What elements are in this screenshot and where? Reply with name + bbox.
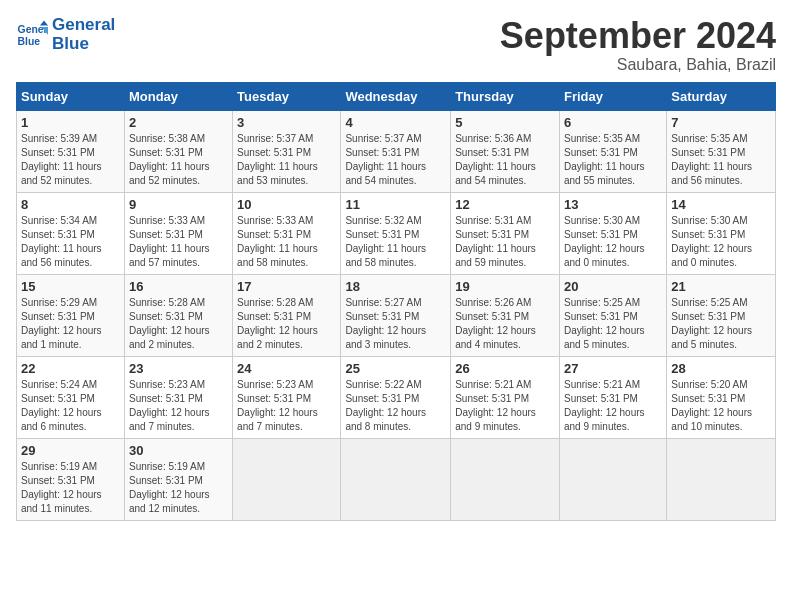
day-cell: 20Sunrise: 5:25 AM Sunset: 5:31 PM Dayli… [559,274,666,356]
day-info: Sunrise: 5:30 AM Sunset: 5:31 PM Dayligh… [564,214,662,270]
day-number: 25 [345,361,446,376]
day-number: 20 [564,279,662,294]
header-cell-tuesday: Tuesday [233,82,341,110]
header-cell-monday: Monday [124,82,232,110]
day-cell: 28Sunrise: 5:20 AM Sunset: 5:31 PM Dayli… [667,356,776,438]
day-info: Sunrise: 5:21 AM Sunset: 5:31 PM Dayligh… [455,378,555,434]
week-row-4: 22Sunrise: 5:24 AM Sunset: 5:31 PM Dayli… [17,356,776,438]
day-cell: 4Sunrise: 5:37 AM Sunset: 5:31 PM Daylig… [341,110,451,192]
day-cell: 9Sunrise: 5:33 AM Sunset: 5:31 PM Daylig… [124,192,232,274]
day-number: 19 [455,279,555,294]
page-header: General Blue General Blue September 2024… [16,16,776,74]
day-cell: 1Sunrise: 5:39 AM Sunset: 5:31 PM Daylig… [17,110,125,192]
day-cell: 29Sunrise: 5:19 AM Sunset: 5:31 PM Dayli… [17,438,125,520]
day-cell: 15Sunrise: 5:29 AM Sunset: 5:31 PM Dayli… [17,274,125,356]
day-cell: 27Sunrise: 5:21 AM Sunset: 5:31 PM Dayli… [559,356,666,438]
svg-marker-2 [40,20,48,25]
day-info: Sunrise: 5:30 AM Sunset: 5:31 PM Dayligh… [671,214,771,270]
day-cell [667,438,776,520]
day-cell: 30Sunrise: 5:19 AM Sunset: 5:31 PM Dayli… [124,438,232,520]
day-cell: 14Sunrise: 5:30 AM Sunset: 5:31 PM Dayli… [667,192,776,274]
header-cell-wednesday: Wednesday [341,82,451,110]
day-number: 3 [237,115,336,130]
day-cell: 23Sunrise: 5:23 AM Sunset: 5:31 PM Dayli… [124,356,232,438]
day-number: 22 [21,361,120,376]
day-number: 7 [671,115,771,130]
day-cell: 11Sunrise: 5:32 AM Sunset: 5:31 PM Dayli… [341,192,451,274]
header-cell-sunday: Sunday [17,82,125,110]
day-info: Sunrise: 5:23 AM Sunset: 5:31 PM Dayligh… [237,378,336,434]
day-info: Sunrise: 5:26 AM Sunset: 5:31 PM Dayligh… [455,296,555,352]
week-row-3: 15Sunrise: 5:29 AM Sunset: 5:31 PM Dayli… [17,274,776,356]
day-info: Sunrise: 5:28 AM Sunset: 5:31 PM Dayligh… [129,296,228,352]
logo: General Blue General Blue [16,16,115,53]
title-block: September 2024 Saubara, Bahia, Brazil [500,16,776,74]
day-info: Sunrise: 5:25 AM Sunset: 5:31 PM Dayligh… [671,296,771,352]
day-info: Sunrise: 5:24 AM Sunset: 5:31 PM Dayligh… [21,378,120,434]
day-number: 29 [21,443,120,458]
day-info: Sunrise: 5:25 AM Sunset: 5:31 PM Dayligh… [564,296,662,352]
calendar-title: September 2024 [500,16,776,56]
day-info: Sunrise: 5:37 AM Sunset: 5:31 PM Dayligh… [345,132,446,188]
logo-icon: General Blue [16,19,48,51]
day-cell: 24Sunrise: 5:23 AM Sunset: 5:31 PM Dayli… [233,356,341,438]
day-cell: 6Sunrise: 5:35 AM Sunset: 5:31 PM Daylig… [559,110,666,192]
day-cell [559,438,666,520]
day-info: Sunrise: 5:28 AM Sunset: 5:31 PM Dayligh… [237,296,336,352]
day-info: Sunrise: 5:32 AM Sunset: 5:31 PM Dayligh… [345,214,446,270]
day-info: Sunrise: 5:37 AM Sunset: 5:31 PM Dayligh… [237,132,336,188]
week-row-2: 8Sunrise: 5:34 AM Sunset: 5:31 PM Daylig… [17,192,776,274]
day-number: 6 [564,115,662,130]
day-number: 18 [345,279,446,294]
day-number: 1 [21,115,120,130]
day-number: 14 [671,197,771,212]
day-cell: 3Sunrise: 5:37 AM Sunset: 5:31 PM Daylig… [233,110,341,192]
svg-text:Blue: Blue [18,35,41,46]
day-info: Sunrise: 5:22 AM Sunset: 5:31 PM Dayligh… [345,378,446,434]
calendar-subtitle: Saubara, Bahia, Brazil [500,56,776,74]
header-cell-thursday: Thursday [451,82,560,110]
day-cell: 16Sunrise: 5:28 AM Sunset: 5:31 PM Dayli… [124,274,232,356]
day-info: Sunrise: 5:33 AM Sunset: 5:31 PM Dayligh… [129,214,228,270]
week-row-1: 1Sunrise: 5:39 AM Sunset: 5:31 PM Daylig… [17,110,776,192]
day-info: Sunrise: 5:23 AM Sunset: 5:31 PM Dayligh… [129,378,228,434]
day-number: 15 [21,279,120,294]
day-info: Sunrise: 5:35 AM Sunset: 5:31 PM Dayligh… [671,132,771,188]
day-cell: 22Sunrise: 5:24 AM Sunset: 5:31 PM Dayli… [17,356,125,438]
day-number: 26 [455,361,555,376]
header-cell-saturday: Saturday [667,82,776,110]
day-cell: 7Sunrise: 5:35 AM Sunset: 5:31 PM Daylig… [667,110,776,192]
day-cell [341,438,451,520]
day-info: Sunrise: 5:19 AM Sunset: 5:31 PM Dayligh… [129,460,228,516]
day-info: Sunrise: 5:19 AM Sunset: 5:31 PM Dayligh… [21,460,120,516]
day-info: Sunrise: 5:27 AM Sunset: 5:31 PM Dayligh… [345,296,446,352]
day-cell: 13Sunrise: 5:30 AM Sunset: 5:31 PM Dayli… [559,192,666,274]
day-number: 16 [129,279,228,294]
day-number: 4 [345,115,446,130]
day-info: Sunrise: 5:33 AM Sunset: 5:31 PM Dayligh… [237,214,336,270]
day-info: Sunrise: 5:29 AM Sunset: 5:31 PM Dayligh… [21,296,120,352]
day-cell: 21Sunrise: 5:25 AM Sunset: 5:31 PM Dayli… [667,274,776,356]
day-number: 2 [129,115,228,130]
day-cell: 10Sunrise: 5:33 AM Sunset: 5:31 PM Dayli… [233,192,341,274]
calendar-header: SundayMondayTuesdayWednesdayThursdayFrid… [17,82,776,110]
day-info: Sunrise: 5:31 AM Sunset: 5:31 PM Dayligh… [455,214,555,270]
header-row: SundayMondayTuesdayWednesdayThursdayFrid… [17,82,776,110]
day-info: Sunrise: 5:36 AM Sunset: 5:31 PM Dayligh… [455,132,555,188]
svg-text:General: General [18,24,48,35]
day-number: 30 [129,443,228,458]
day-info: Sunrise: 5:38 AM Sunset: 5:31 PM Dayligh… [129,132,228,188]
day-cell: 19Sunrise: 5:26 AM Sunset: 5:31 PM Dayli… [451,274,560,356]
day-info: Sunrise: 5:21 AM Sunset: 5:31 PM Dayligh… [564,378,662,434]
day-number: 8 [21,197,120,212]
day-cell: 5Sunrise: 5:36 AM Sunset: 5:31 PM Daylig… [451,110,560,192]
day-number: 5 [455,115,555,130]
day-cell: 25Sunrise: 5:22 AM Sunset: 5:31 PM Dayli… [341,356,451,438]
calendar-table: SundayMondayTuesdayWednesdayThursdayFrid… [16,82,776,521]
day-number: 28 [671,361,771,376]
day-number: 11 [345,197,446,212]
day-cell: 18Sunrise: 5:27 AM Sunset: 5:31 PM Dayli… [341,274,451,356]
day-number: 9 [129,197,228,212]
day-number: 13 [564,197,662,212]
calendar-body: 1Sunrise: 5:39 AM Sunset: 5:31 PM Daylig… [17,110,776,520]
